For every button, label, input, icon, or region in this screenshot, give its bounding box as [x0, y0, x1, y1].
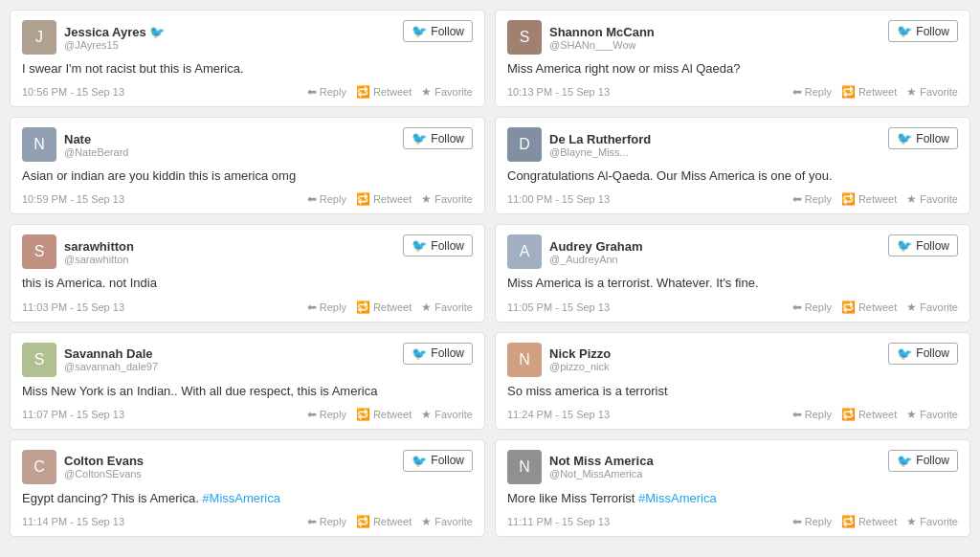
follow-button[interactable]: 🐦 Follow [888, 127, 958, 149]
favorite-action[interactable]: ★ Favorite [421, 301, 473, 314]
tweet-user: A Audrey Graham @_AudreyAnn [507, 234, 643, 269]
reply-action[interactable]: ⬅ Reply [307, 85, 346, 99]
favorite-icon: ★ [421, 85, 432, 99]
reply-icon: ⬅ [307, 301, 317, 314]
retweet-label: Retweet [373, 301, 412, 313]
tweet-text-content: Asian or indian are you kiddin this is a… [22, 168, 296, 183]
tweet-text-content: Egypt dancing? This is America. [22, 491, 202, 505]
follow-button[interactable]: 🐦 Follow [403, 234, 473, 256]
favorite-action[interactable]: ★ Favorite [906, 515, 958, 528]
user-name: Audrey Graham [549, 239, 643, 254]
reply-icon: ⬅ [307, 408, 317, 421]
user-name: Jessica Ayres 🐦 [64, 25, 165, 39]
reply-action[interactable]: ⬅ Reply [792, 408, 832, 421]
user-name: Savannah Dale [64, 346, 158, 361]
tweet-card: N Nate @NateBerard 🐦 Follow Asian or ind… [10, 117, 485, 214]
tweet-text-content: Miss America is a terrorist. Whatever. I… [507, 276, 759, 290]
tweet-time: 11:14 PM - 15 Sep 13 [22, 516, 124, 527]
retweet-action[interactable]: 🔁 Retweet [356, 85, 412, 99]
tweet-text-content: I swear I'm not racist but this is Ameri… [22, 61, 244, 76]
favorite-action[interactable]: ★ Favorite [421, 192, 473, 206]
reply-label: Reply [320, 301, 346, 313]
follow-button[interactable]: 🐦 Follow [403, 127, 473, 149]
tweet-header: J Jessica Ayres 🐦 @JAyres15 🐦 Follow [22, 20, 473, 55]
favorite-label: Favorite [434, 193, 473, 205]
reply-action[interactable]: ⬅ Reply [792, 85, 832, 99]
avatar: A [507, 234, 542, 269]
favorite-label: Favorite [434, 516, 473, 527]
tweet-hashtag-link[interactable]: #MissAmerica [638, 491, 717, 505]
favorite-action[interactable]: ★ Favorite [421, 515, 473, 528]
retweet-action[interactable]: 🔁 Retweet [841, 192, 897, 206]
tweet-card: A Audrey Graham @_AudreyAnn 🐦 Follow Mis… [495, 224, 970, 322]
follow-button[interactable]: 🐦 Follow [403, 20, 473, 42]
tweet-grid: J Jessica Ayres 🐦 @JAyres15 🐦 Follow I s… [10, 10, 970, 537]
twitter-bird-icon: 🐦 [897, 346, 912, 361]
favorite-action[interactable]: ★ Favorite [421, 408, 473, 421]
tweet-footer: 11:03 PM - 15 Sep 13 ⬅ Reply 🔁 Retweet ★… [22, 301, 473, 314]
reply-action[interactable]: ⬅ Reply [792, 301, 832, 314]
favorite-label: Favorite [434, 86, 473, 98]
retweet-action[interactable]: 🔁 Retweet [841, 408, 897, 421]
retweet-label: Retweet [858, 516, 897, 527]
follow-button[interactable]: 🐦 Follow [888, 234, 958, 256]
follow-button[interactable]: 🐦 Follow [888, 343, 958, 365]
retweet-icon: 🔁 [356, 515, 370, 528]
tweet-actions: ⬅ Reply 🔁 Retweet ★ Favorite [307, 408, 473, 421]
tweet-header: N Not Miss America @Not_MissAmerica 🐦 Fo… [507, 450, 958, 484]
tweet-user: S Savannah Dale @savannah_dale97 [22, 343, 158, 377]
reply-action[interactable]: ⬅ Reply [307, 408, 346, 421]
tweet-actions: ⬅ Reply 🔁 Retweet ★ Favorite [307, 515, 473, 528]
favorite-action[interactable]: ★ Favorite [906, 301, 958, 314]
favorite-action[interactable]: ★ Favorite [906, 192, 958, 206]
retweet-action[interactable]: 🔁 Retweet [841, 515, 897, 528]
retweet-icon: 🔁 [841, 301, 856, 314]
retweet-action[interactable]: 🔁 Retweet [356, 301, 412, 314]
reply-action[interactable]: ⬅ Reply [307, 192, 346, 206]
user-handle: @_AudreyAnn [549, 254, 643, 265]
retweet-action[interactable]: 🔁 Retweet [841, 85, 897, 99]
tweet-hashtag-link[interactable]: #MissAmerica [202, 491, 280, 505]
tweet-actions: ⬅ Reply 🔁 Retweet ★ Favorite [792, 192, 958, 206]
twitter-bird-icon: 🐦 [412, 131, 427, 145]
tweet-text-content: this is America. not India [22, 276, 157, 290]
reply-action[interactable]: ⬅ Reply [792, 192, 832, 206]
tweet-header: N Nick Pizzo @pizzo_nick 🐦 Follow [507, 343, 958, 377]
avatar: C [22, 450, 56, 484]
follow-button[interactable]: 🐦 Follow [888, 450, 958, 472]
favorite-action[interactable]: ★ Favorite [421, 85, 473, 99]
reply-icon: ⬅ [792, 192, 802, 206]
retweet-icon: 🔁 [841, 515, 856, 528]
reply-label: Reply [805, 301, 832, 313]
tweet-card: D De La Rutherford @Blayne_Miss... 🐦 Fol… [495, 117, 970, 214]
retweet-action[interactable]: 🔁 Retweet [356, 408, 412, 421]
tweet-time: 11:00 PM - 15 Sep 13 [507, 193, 610, 205]
tweet-footer: 11:24 PM - 15 Sep 13 ⬅ Reply 🔁 Retweet ★… [507, 408, 958, 421]
follow-button[interactable]: 🐦 Follow [888, 20, 958, 42]
tweet-user: S sarawhitton @sarawhitton [22, 234, 134, 269]
follow-button[interactable]: 🐦 Follow [403, 343, 473, 365]
tweet-text-content: So miss america is a terrorist [507, 384, 668, 398]
favorite-action[interactable]: ★ Favorite [906, 408, 958, 421]
follow-button[interactable]: 🐦 Follow [403, 450, 473, 472]
follow-label: Follow [916, 346, 949, 360]
reply-icon: ⬅ [792, 515, 802, 528]
follow-label: Follow [916, 239, 949, 253]
retweet-action[interactable]: 🔁 Retweet [356, 515, 412, 528]
tweet-header: S sarawhitton @sarawhitton 🐦 Follow [22, 234, 473, 269]
retweet-action[interactable]: 🔁 Retweet [841, 301, 897, 314]
tweet-card: J Jessica Ayres 🐦 @JAyres15 🐦 Follow I s… [10, 10, 485, 107]
favorite-action[interactable]: ★ Favorite [906, 85, 958, 99]
user-name: Nate [64, 132, 128, 146]
retweet-label: Retweet [858, 301, 897, 313]
user-name: De La Rutherford [549, 132, 651, 146]
user-name: sarawhitton [64, 239, 134, 254]
tweet-actions: ⬅ Reply 🔁 Retweet ★ Favorite [307, 192, 473, 206]
tweet-header: S Savannah Dale @savannah_dale97 🐦 Follo… [22, 343, 473, 377]
reply-action[interactable]: ⬅ Reply [792, 515, 832, 528]
avatar: S [22, 234, 56, 269]
reply-action[interactable]: ⬅ Reply [307, 515, 346, 528]
reply-action[interactable]: ⬅ Reply [307, 301, 346, 314]
retweet-action[interactable]: 🔁 Retweet [356, 192, 412, 206]
twitter-bird-icon: 🐦 [897, 454, 912, 468]
